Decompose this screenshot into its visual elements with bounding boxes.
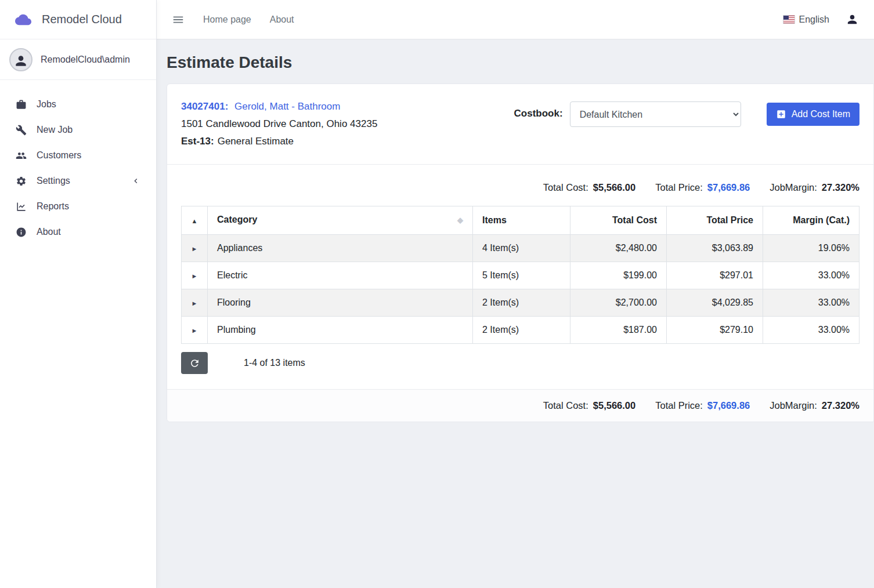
estimate-code: Est-13: <box>181 136 214 147</box>
table-row: ► Flooring 2 Item(s) $2,700.00 $4,029.85… <box>182 289 859 317</box>
caret-right-icon: ► <box>192 245 198 252</box>
total-price-group: Total Price: $7,669.86 <box>655 182 750 193</box>
language-selector[interactable]: English <box>783 14 829 25</box>
job-address: 1501 Candlewood Drive Canton, Ohio 43235 <box>181 115 377 133</box>
header-items-label: Items <box>482 215 507 225</box>
cell-margin: 33.00% <box>763 289 859 317</box>
job-margin-group: JobMargin: 27.320% <box>770 400 859 411</box>
caret-right-icon: ► <box>192 300 198 307</box>
totals-top: Total Cost: $5,566.00 Total Price: $7,66… <box>181 176 859 206</box>
cloud-logo-icon <box>12 12 35 28</box>
total-price-value: $7,669.86 <box>707 400 750 411</box>
expand-row-button[interactable]: ► <box>182 235 208 262</box>
job-number: 34027401: <box>181 101 228 112</box>
profile-person-icon[interactable] <box>846 13 859 26</box>
estimate-line: Est-13:General Estimate <box>181 133 377 150</box>
cell-total-cost: $2,480.00 <box>570 235 667 262</box>
cell-total-price: $3,063.89 <box>667 235 763 262</box>
add-cost-item-button[interactable]: Add Cost Item <box>767 103 859 126</box>
totals-bottom: Total Cost: $5,566.00 Total Price: $7,66… <box>181 397 859 415</box>
total-price-label: Total Price: <box>655 400 703 411</box>
page-title: Estimate Details <box>167 53 874 72</box>
refresh-button[interactable] <box>181 352 208 374</box>
language-label: English <box>799 14 829 25</box>
total-cost-label: Total Cost: <box>543 182 588 193</box>
table-row: ► Plumbing 2 Item(s) $187.00 $279.10 33.… <box>182 317 859 344</box>
sidebar-item-label: About <box>37 227 61 237</box>
cell-total-cost: $2,700.00 <box>570 289 667 317</box>
header-total-cost[interactable]: Total Cost <box>570 206 667 235</box>
topbar-right: English <box>783 13 859 26</box>
cell-items: 2 Item(s) <box>473 289 570 317</box>
app-window: Remodel Cloud RemodelCloud\admin Jobs Ne… <box>0 0 874 588</box>
cell-category: Plumbing <box>208 317 473 344</box>
sidebar-item-settings[interactable]: Settings <box>0 168 156 194</box>
header-sort-indicator[interactable]: ▲ <box>182 206 208 235</box>
caret-right-icon: ► <box>192 273 198 280</box>
table-row: ► Electric 5 Item(s) $199.00 $297.01 33.… <box>182 262 859 289</box>
job-name-link[interactable]: Gerold, Matt - Bathroom <box>234 101 340 112</box>
cell-total-price: $297.01 <box>667 262 763 289</box>
expand-row-button[interactable]: ► <box>182 289 208 317</box>
job-margin-value: 27.320% <box>822 400 859 411</box>
expand-row-button[interactable]: ► <box>182 262 208 289</box>
cell-margin: 33.00% <box>763 262 859 289</box>
sidebar-item-new-job[interactable]: New Job <box>0 117 156 143</box>
sidebar-item-label: New Job <box>37 125 73 135</box>
nav-link-about[interactable]: About <box>270 14 294 25</box>
page-content: Estimate Details 34027401: Gerold, Matt … <box>157 39 874 588</box>
sidebar: Remodel Cloud RemodelCloud\admin Jobs Ne… <box>0 0 157 588</box>
brand-name: Remodel Cloud <box>42 13 122 26</box>
sidebar-item-label: Jobs <box>37 99 56 110</box>
expand-row-button[interactable]: ► <box>182 317 208 344</box>
costbook-label: Costbook: <box>514 101 563 126</box>
wrench-icon <box>16 125 27 136</box>
sort-diamond-icon: ◆ <box>457 215 463 226</box>
top-navbar: Home page About English <box>157 0 874 39</box>
brand-logo-link[interactable]: Remodel Cloud <box>0 0 156 39</box>
hamburger-menu-icon[interactable] <box>172 13 185 26</box>
sidebar-nav: Jobs New Job Customers Settings Reports <box>0 80 156 256</box>
gear-icon <box>16 176 27 187</box>
job-margin-label: JobMargin: <box>770 182 817 193</box>
sidebar-item-reports[interactable]: Reports <box>0 194 156 219</box>
caret-right-icon: ► <box>192 327 198 334</box>
job-margin-label: JobMargin: <box>770 400 817 411</box>
cell-category: Appliances <box>208 235 473 262</box>
cell-items: 5 Item(s) <box>473 262 570 289</box>
total-cost-value: $5,566.00 <box>593 182 635 193</box>
sidebar-item-jobs[interactable]: Jobs <box>0 92 156 117</box>
avatar <box>9 48 32 71</box>
cell-margin: 33.00% <box>763 317 859 344</box>
nav-link-home[interactable]: Home page <box>203 14 251 25</box>
table-row: ► Appliances 4 Item(s) $2,480.00 $3,063.… <box>182 235 859 262</box>
total-cost-group: Total Cost: $5,566.00 <box>543 400 635 411</box>
costbook-select[interactable]: Default Kitchen <box>570 101 741 127</box>
cell-category: Electric <box>208 262 473 289</box>
header-category[interactable]: Category◆ <box>208 206 473 235</box>
sidebar-item-about[interactable]: About <box>0 219 156 245</box>
table-header-row: ▲ Category◆ Items Total Cost Total Price… <box>182 206 859 235</box>
total-price-group: Total Price: $7,669.86 <box>655 400 750 411</box>
header-total-price[interactable]: Total Price <box>667 206 763 235</box>
table-pager: 1-4 of 13 items <box>181 352 859 374</box>
person-icon <box>13 53 28 68</box>
estimate-name: General Estimate <box>218 136 294 147</box>
total-cost-group: Total Cost: $5,566.00 <box>543 182 635 193</box>
header-margin[interactable]: Margin (Cat.) <box>763 206 859 235</box>
cell-total-cost: $187.00 <box>570 317 667 344</box>
caret-up-icon: ▲ <box>192 217 198 224</box>
header-items[interactable]: Items <box>473 206 570 235</box>
info-icon <box>16 227 27 238</box>
sidebar-item-customers[interactable]: Customers <box>0 143 156 168</box>
header-margin-label: Margin (Cat.) <box>793 215 850 225</box>
chevron-left-icon <box>131 176 140 186</box>
job-margin-group: JobMargin: 27.320% <box>770 182 859 193</box>
header-actions: Costbook: Default Kitchen Add Cost Item <box>514 98 859 150</box>
user-profile-row[interactable]: RemodelCloud\admin <box>0 39 156 80</box>
header-category-label: Category <box>217 215 257 224</box>
job-info: 34027401: Gerold, Matt - Bathroom 1501 C… <box>181 98 377 150</box>
sidebar-item-label: Settings <box>37 176 70 186</box>
cell-margin: 19.06% <box>763 235 859 262</box>
chart-icon <box>16 201 27 212</box>
